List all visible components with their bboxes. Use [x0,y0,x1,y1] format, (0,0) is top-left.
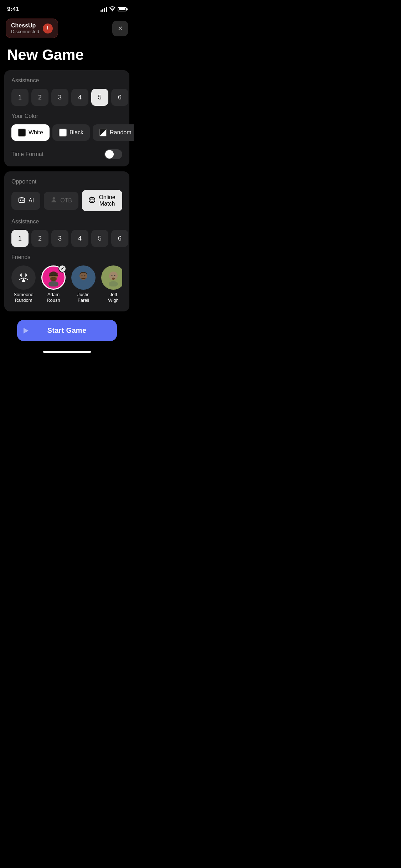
top-bar: ChessUp Disconnected ! ✕ [0,16,134,41]
level-btn-3[interactable]: 3 [51,89,68,106]
friend-adam-name: AdamRoush [47,292,60,303]
black-swatch [59,129,67,136]
level2-btn-3[interactable]: 3 [51,230,68,247]
level-btn-4[interactable]: 4 [71,89,88,106]
online-icon [88,196,96,205]
svg-point-11 [82,275,83,277]
opponent-online-btn[interactable]: Online Match [82,190,122,211]
friends-label: Friends [11,254,122,260]
assistance-levels-1: 1 2 3 4 5 6 [11,89,122,106]
assistance-label-1: Assistance [11,77,122,84]
start-game-wrap: Start Game [0,316,134,348]
friend-justin-avatar [71,265,96,290]
level2-btn-6[interactable]: 6 [111,230,128,247]
level-btn-5[interactable]: 5 [91,89,108,106]
ai-label: AI [29,197,34,204]
color-white-btn[interactable]: White [11,124,50,141]
svg-point-12 [84,275,86,277]
friend-jeff-avatar-wrap [101,265,122,290]
status-bar: 9:41 [0,0,134,16]
level2-btn-1[interactable]: 1 [11,230,29,247]
color-label: Your Color [11,113,122,119]
svg-point-17 [112,278,115,280]
friend-jeff-name: JeffWigh [108,292,119,303]
friend-justin-name: JustinFarell [77,292,89,303]
signal-icon [101,7,107,12]
svg-point-7 [52,275,53,276]
svg-point-16 [114,275,115,276]
page-title: New Game [0,44,134,70]
opponent-label: Opponent [11,179,122,185]
friend-random-avatar [11,265,36,290]
friend-justin[interactable]: JustinFarell [71,265,96,303]
toggle-knob [105,150,114,159]
friend-random-avatar-wrap [11,265,36,290]
level2-btn-5[interactable]: 5 [91,230,108,247]
assistance-levels-2: 1 2 3 4 5 6 [11,230,122,247]
color-random-btn[interactable]: Random [93,124,134,141]
black-label: Black [70,129,83,136]
time-format-row: Time Format [11,148,122,159]
random-label: Random [110,129,131,136]
svg-point-13 [79,281,88,286]
friend-random[interactable]: SomeoneRandom [11,265,36,303]
assistance-label-2: Assistance [11,218,122,225]
friend-adam-check: ✓ [58,265,66,273]
color-section: Your Color White Black Random [11,113,122,141]
time-format-label: Time Format [11,151,43,157]
svg-point-2 [22,200,24,201]
status-time: 9:41 [7,6,19,13]
color-buttons: White Black Random [11,124,122,141]
otb-icon [50,196,57,206]
app-badge-text: ChessUp Disconnected [11,22,39,34]
svg-rect-0 [19,198,25,202]
settings-card: Assistance 1 2 3 4 5 6 Your Color White … [4,70,129,166]
app-badge: ChessUp Disconnected ! [6,19,58,38]
friend-justin-avatar-wrap [71,265,96,290]
color-black-btn[interactable]: Black [52,124,90,141]
svg-point-6 [50,277,57,281]
wifi-icon [109,6,115,12]
svg-point-8 [55,275,56,276]
close-button[interactable]: ✕ [112,21,128,36]
svg-point-18 [109,281,118,286]
assistance-section-2: Assistance 1 2 3 4 5 6 [11,218,122,247]
level-btn-2[interactable]: 2 [31,89,48,106]
level2-btn-4[interactable]: 4 [71,230,88,247]
svg-point-15 [112,275,113,276]
status-icons [101,6,127,12]
friend-jeff[interactable]: JeffWigh [101,265,122,303]
svg-point-1 [20,200,21,201]
app-status: Disconnected [11,29,39,34]
start-game-label: Start Game [47,326,87,335]
opponent-ai-btn[interactable]: AI [11,192,40,210]
svg-point-9 [48,281,58,286]
friends-scroll: SomeoneRandom [11,265,122,304]
alert-icon: ! [43,24,53,33]
opponent-buttons: AI OTB Online Match [11,190,122,211]
app-name: ChessUp [11,22,39,29]
otb-label: OTB [60,197,72,204]
friend-adam-avatar-wrap: ✓ [41,265,66,290]
level-btn-1[interactable]: 1 [11,89,29,106]
friend-adam[interactable]: ✓ AdamRoush [41,265,66,303]
ai-icon [18,196,26,206]
svg-point-3 [53,197,55,200]
online-label: Online Match [98,194,116,207]
level2-btn-2[interactable]: 2 [31,230,48,247]
friend-random-name: SomeoneRandom [14,292,34,303]
friends-section: Friends SomeoneRandom [11,254,122,304]
friend-jeff-avatar [101,265,122,290]
level-btn-6[interactable]: 6 [111,89,128,106]
random-swatch [99,129,107,136]
home-indicator [0,348,134,355]
time-format-toggle[interactable] [104,149,122,159]
opponent-card: Opponent AI OTB [4,171,129,311]
opponent-otb-btn[interactable]: OTB [44,192,78,210]
start-game-button[interactable]: Start Game [17,320,117,341]
home-bar [43,351,91,353]
white-swatch [18,129,26,136]
battery-icon [118,7,127,11]
white-label: White [29,129,43,136]
